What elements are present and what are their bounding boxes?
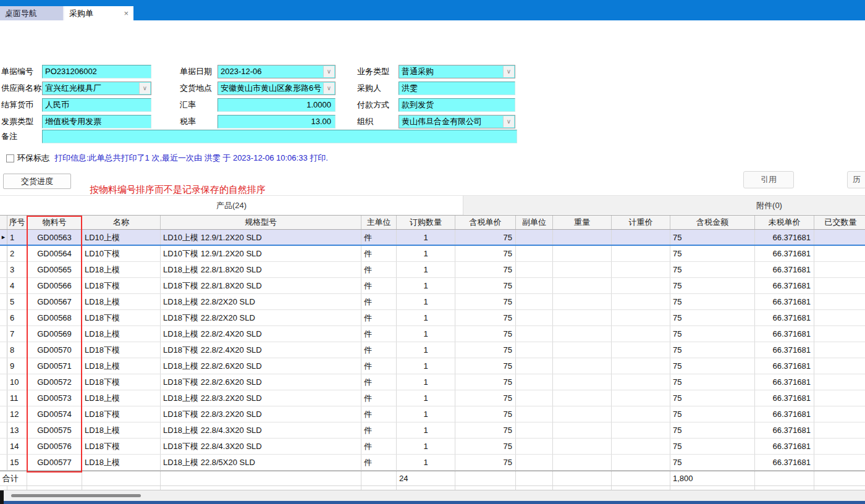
cell-delivered-qty[interactable] [814,406,865,422]
supplier-field[interactable]: 宜兴红光模具厂∨ [42,82,151,95]
delivery-place-field[interactable]: 安徽黄山市黄山区象形路6号∨ [217,82,335,95]
cell-delivered-qty[interactable] [814,326,865,342]
table-row[interactable]: 4GD00566LD18下模LD18下模 22.8/1.8X20 SLD件175… [0,278,865,294]
cell-unit-price-with-tax[interactable]: 75 [455,390,516,406]
cell-unit-price-no-tax[interactable]: 66.371681 [755,294,814,309]
cell-spec[interactable]: LD18下模 22.8/2X20 SLD [161,310,361,326]
cell-unit-price-no-tax[interactable]: 66.371681 [755,358,814,374]
cell-spec[interactable]: LD18上模 22.8/3.2X20 SLD [161,390,361,406]
cell-unit[interactable]: 件 [361,390,397,406]
history-button[interactable]: 历 [847,171,865,188]
cell-delivered-qty[interactable] [814,342,865,358]
cell-unit-price-no-tax[interactable]: 66.371681 [755,390,814,406]
cell-unit-price-no-tax[interactable]: 66.371681 [755,278,814,293]
cell-sub-unit[interactable] [516,310,553,326]
cell-unit[interactable]: 件 [361,310,397,326]
remark-field[interactable] [42,130,517,143]
cell-delivered-qty[interactable] [814,278,865,293]
cell-material-no[interactable]: GD00574 [27,406,82,422]
cell-qty[interactable]: 1 [397,246,455,261]
cell-material-no[interactable]: GD00565 [27,262,82,277]
cell-amount-with-tax[interactable]: 75 [670,406,755,422]
chevron-down-icon[interactable]: ∨ [139,83,150,94]
cell-weight-unit-price[interactable] [612,374,670,390]
table-row[interactable]: 8GD00570LD18下模LD18下模 22.8/2.4X20 SLD件175… [0,342,865,358]
cell-spec[interactable]: LD10上模 12.9/1.2X20 SLD [161,230,361,245]
cell-unit-price-with-tax[interactable]: 75 [455,262,516,277]
cell-unit[interactable]: 件 [361,230,397,245]
cell-weight[interactable] [553,278,612,293]
cell-weight-unit-price[interactable] [612,422,670,438]
cell-sub-unit[interactable] [516,326,553,342]
cell-weight[interactable] [553,294,612,309]
cell-unit[interactable]: 件 [361,262,397,277]
cell-weight-unit-price[interactable] [612,358,670,374]
cell-seq[interactable]: 8 [7,342,27,358]
column-header[interactable]: 规格型号 [161,216,361,229]
cell-delivered-qty[interactable] [814,439,865,454]
cell-sub-unit[interactable] [516,374,553,390]
cell-name[interactable]: LD18上模 [82,455,161,470]
cell-material-no[interactable]: GD00564 [27,246,82,261]
column-header[interactable]: 已交数量 [814,216,865,229]
cell-seq[interactable]: 15 [7,455,27,470]
cell-delivered-qty[interactable] [814,455,865,470]
cell-weight[interactable] [553,246,612,261]
cell-name[interactable]: LD10上模 [82,230,161,245]
cell-weight-unit-price[interactable] [612,246,670,261]
cell-unit-price-no-tax[interactable]: 66.371681 [755,310,814,326]
cell-qty[interactable]: 1 [397,326,455,342]
cell-weight-unit-price[interactable] [612,406,670,422]
cell-unit-price-with-tax[interactable]: 75 [455,246,516,261]
biz-type-field[interactable]: 普通采购∨ [399,65,515,78]
reference-button[interactable]: 引用 [743,171,794,188]
cell-qty[interactable]: 1 [397,374,455,390]
cell-sub-unit[interactable] [516,246,553,261]
cell-spec[interactable]: LD18下模 22.8/4.3X20 SLD [161,439,361,454]
cell-amount-with-tax[interactable]: 75 [670,326,755,342]
cell-amount-with-tax[interactable]: 75 [670,358,755,374]
cell-seq[interactable]: 1 [7,230,27,245]
cell-unit[interactable]: 件 [361,422,397,438]
cell-delivered-qty[interactable] [814,422,865,438]
cell-name[interactable]: LD18上模 [82,294,161,309]
cell-spec[interactable]: LD10下模 12.9/1.2X20 SLD [161,246,361,261]
cell-weight-unit-price[interactable] [612,262,670,277]
cell-amount-with-tax[interactable]: 75 [670,374,755,390]
cell-spec[interactable]: LD18上模 22.8/2.6X20 SLD [161,358,361,374]
cell-unit-price-with-tax[interactable]: 75 [455,230,516,245]
cell-unit[interactable]: 件 [361,358,397,374]
cell-sub-unit[interactable] [516,342,553,358]
cell-material-no[interactable]: GD00568 [27,310,82,326]
cell-delivered-qty[interactable] [814,230,865,245]
cell-weight[interactable] [553,422,612,438]
cell-unit-price-no-tax[interactable]: 66.371681 [755,374,814,390]
cell-sub-unit[interactable] [516,439,553,454]
cell-unit-price-with-tax[interactable]: 75 [455,455,516,470]
cell-weight[interactable] [553,439,612,454]
cell-amount-with-tax[interactable]: 75 [670,342,755,358]
table-row[interactable]: 14GD00576LD18下模LD18下模 22.8/4.3X20 SLD件17… [0,439,865,455]
doc-date-field[interactable]: 2023-12-06∨ [217,65,335,78]
cell-seq[interactable]: 6 [7,310,27,326]
cell-delivered-qty[interactable] [814,358,865,374]
cell-sub-unit[interactable] [516,390,553,406]
cell-weight[interactable] [553,342,612,358]
cell-weight[interactable] [553,230,612,245]
tab-purchase-order[interactable]: 采购单 × [64,6,133,20]
table-row[interactable]: 10GD00572LD18下模LD18下模 22.8/2.6X20 SLD件17… [0,374,865,390]
cell-unit[interactable]: 件 [361,278,397,293]
cell-weight-unit-price[interactable] [612,342,670,358]
cell-seq[interactable]: 11 [7,390,27,406]
cell-seq[interactable]: 7 [7,326,27,342]
table-row[interactable]: ►1GD00563LD10上模LD10上模 12.9/1.2X20 SLD件17… [0,230,865,246]
table-row[interactable]: 9GD00571LD18上模LD18上模 22.8/2.6X20 SLD件175… [0,358,865,374]
chevron-down-icon[interactable]: ∨ [323,66,334,77]
cell-name[interactable]: LD18下模 [82,310,161,326]
cell-unit-price-no-tax[interactable]: 66.371681 [755,230,814,245]
cell-unit[interactable]: 件 [361,406,397,422]
cell-unit-price-no-tax[interactable]: 66.371681 [755,406,814,422]
invoice-type-field[interactable]: 增值税专用发票 [42,115,151,128]
cell-delivered-qty[interactable] [814,374,865,390]
cell-seq[interactable]: 3 [7,262,27,277]
